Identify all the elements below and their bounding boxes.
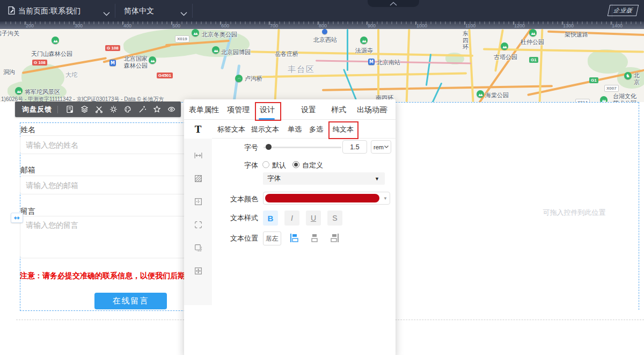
font-family-dropdown-value: 字体 (267, 174, 281, 183)
ruler-label: 1100 (465, 23, 475, 28)
ruler-label: 500 (172, 23, 180, 28)
color-swatch (265, 194, 379, 202)
map-label: 北京 (634, 72, 644, 85)
ruler-label: 1000 (416, 23, 427, 28)
radius-icon[interactable] (194, 220, 203, 229)
road-badge: X007 (604, 85, 619, 92)
current-page-switcher[interactable]: 当前页面:联系我们 (18, 6, 80, 16)
padding-icon[interactable] (194, 197, 203, 206)
font-family-dropdown[interactable]: 字体 ▼ (263, 172, 385, 185)
subtab-single-select[interactable]: 单选 (288, 125, 302, 134)
gear-icon[interactable] (106, 102, 121, 117)
station-icon (322, 29, 327, 34)
text-position-select[interactable]: 居左 (263, 231, 281, 245)
strikethrough-button[interactable]: S (327, 211, 342, 226)
text-style-label: 文本样式 (216, 213, 258, 223)
font-size-unit-select[interactable]: rem (371, 140, 391, 154)
underline-button[interactable]: U (306, 211, 321, 226)
bold-button[interactable]: B (263, 211, 278, 226)
tab-style[interactable]: 样式 (331, 105, 346, 115)
resize-handle[interactable]: ↔ (11, 213, 23, 223)
map-subway-line (347, 29, 348, 71)
panel-tool-rail (184, 139, 212, 305)
module-toolbar: 询盘反馈 (15, 102, 181, 117)
tab-form-properties[interactable]: 表单属性 (189, 105, 219, 115)
tab-design[interactable]: 设计 (260, 105, 275, 115)
fill-icon[interactable] (194, 174, 203, 183)
font-size-value-input[interactable] (342, 140, 367, 154)
panel-subtab-bar: 标签文本 提示文本 单选 多选 纯文本 (212, 120, 396, 139)
palette-icon[interactable] (121, 102, 135, 117)
park-icon: ▲▲ (501, 42, 508, 50)
font-size-slider-knob[interactable] (266, 144, 272, 150)
metro-icon: M (109, 60, 116, 66)
map-label: 北京西站 (313, 37, 337, 44)
map-label: 端子沟关 (0, 30, 19, 37)
close-icon[interactable]: × (383, 105, 388, 113)
text-color-picker[interactable]: ▼ (263, 192, 390, 205)
ruler-label: 1300 (563, 23, 574, 28)
metro-icon: M (368, 59, 375, 65)
chevron-down-icon[interactable] (180, 9, 187, 18)
width-icon[interactable] (194, 151, 203, 160)
map-subway-line (431, 82, 443, 102)
align-left-icon[interactable] (289, 232, 301, 244)
tab-item-management[interactable]: 项管理 (227, 105, 250, 115)
margin-icon[interactable] (194, 266, 203, 276)
align-right-icon[interactable] (328, 232, 340, 244)
italic-button[interactable]: I (284, 211, 299, 226)
map-label: 海棠公园 (485, 92, 509, 99)
text-position-label: 文本位置 (216, 234, 258, 243)
font-custom-radio-label[interactable]: 自定义 (302, 161, 323, 170)
map-label: 北京南站 (377, 59, 400, 66)
layers-icon[interactable] (77, 102, 92, 117)
subtab-label-text[interactable]: 标签文本 (217, 125, 245, 134)
chevron-down-icon[interactable] (103, 9, 110, 18)
font-size-slider-track[interactable] (264, 147, 341, 148)
font-default-radio-label[interactable]: 默认 (272, 161, 286, 170)
map-label: 北京冬奥公园 (202, 31, 237, 38)
ruler-label: 600 (221, 23, 229, 28)
split-icon[interactable] (92, 102, 106, 117)
drop-hint-text: 可拖入控件到此位置 (521, 208, 628, 218)
park-icon: ▲▲ (149, 56, 156, 64)
bridge-icon: ◠ (235, 75, 243, 82)
module-title: 询盘反馈 (22, 105, 52, 114)
tab-entrance-animation[interactable]: 出场动画 (357, 105, 387, 115)
subtab-multi-select[interactable]: 多选 (309, 125, 323, 134)
road-badge: G1 (589, 77, 598, 83)
ruler-label: 1200 (514, 23, 525, 28)
map-label: 天门山森林公园 (31, 50, 72, 57)
park-icon: ▲▲ (529, 29, 537, 37)
star-icon[interactable] (150, 102, 164, 117)
amusement-park-icon: ♞ (624, 72, 632, 79)
ruler-label: 900 (368, 23, 376, 28)
font-family-label: 字体 (216, 161, 258, 170)
language-switcher[interactable]: 简体中文 (124, 6, 154, 16)
park-icon: ▲▲ (477, 90, 484, 98)
tab-settings[interactable]: 设置 (301, 105, 316, 115)
subtab-hint-text[interactable]: 提示文本 (251, 125, 279, 134)
layers-squares-icon[interactable] (194, 243, 203, 252)
map-label: 架快速路 (565, 31, 588, 38)
font-custom-radio[interactable] (292, 161, 299, 168)
map-background: ▲▲ ▲▲ ▲▲ ▲▲ ▲▲ ▲▲ ▲▲ ▲▲ ▲▲ ◠ ▲▲ ♞ M M 端子… (0, 29, 644, 102)
form-note-text: 注意：请务必提交准确的联系信息，以便我们后期给 (20, 271, 185, 281)
eye-icon[interactable] (164, 102, 179, 117)
subtab-plain-text[interactable]: 纯文本 (333, 125, 354, 134)
map-label: 台湖文化 艺术公园 (613, 93, 636, 102)
collapse-topbar-handle[interactable] (368, 0, 419, 7)
horizontal-resize-icon: ↔ (14, 214, 20, 221)
map-road (274, 29, 280, 102)
form-icon[interactable] (63, 102, 77, 117)
ruler-label: 200 (26, 23, 34, 28)
submit-button[interactable]: 在线留言 (94, 293, 167, 309)
magic-wand-icon[interactable] (135, 102, 150, 117)
chevron-up-icon (390, 2, 397, 6)
page-doc-icon (7, 6, 16, 17)
align-center-icon[interactable] (309, 232, 321, 244)
rail-text-tool[interactable]: T (184, 120, 212, 139)
font-default-radio[interactable] (262, 161, 269, 168)
map-label: 丰台区 (288, 64, 315, 74)
field-label-name: 姓名 (20, 125, 35, 135)
